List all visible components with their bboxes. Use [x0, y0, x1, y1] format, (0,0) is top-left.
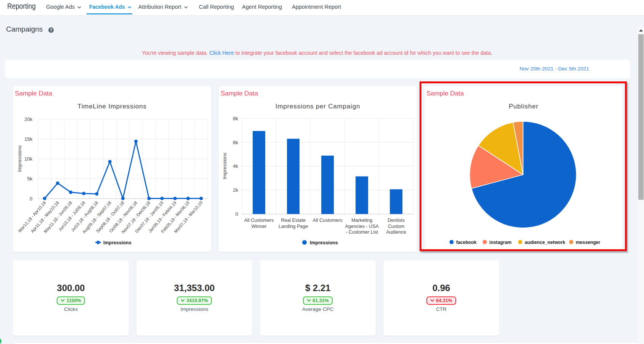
svg-text:0: 0: [30, 196, 32, 202]
svg-text:- Customer List: - Customer List: [346, 229, 378, 235]
svg-text:Dentists: Dentists: [388, 218, 405, 223]
svg-text:Impressions: Impressions: [222, 152, 227, 179]
svg-text:All Customers: All Customers: [244, 218, 274, 223]
svg-text:10k: 10k: [24, 156, 32, 162]
svg-text:0: 0: [235, 211, 238, 217]
svg-text:Impressions: Impressions: [310, 240, 338, 245]
svg-text:Landing Page: Landing Page: [279, 224, 308, 229]
svg-text:Marketing: Marketing: [351, 218, 372, 223]
svg-text:Agencies - USA: Agencies - USA: [345, 224, 379, 229]
svg-text:Impressions: Impressions: [17, 145, 22, 172]
svg-text:Winner: Winner: [252, 224, 267, 229]
svg-text:Audience: Audience: [386, 229, 406, 235]
svg-text:15k: 15k: [24, 136, 32, 142]
svg-text:5k: 5k: [27, 176, 32, 182]
svg-text:Real Estate: Real Estate: [281, 218, 306, 223]
svg-text:6k: 6k: [233, 140, 238, 145]
svg-text:4k: 4k: [233, 163, 238, 169]
svg-text:8k: 8k: [233, 116, 238, 121]
svg-text:2k: 2k: [233, 187, 238, 193]
svg-text:20k: 20k: [24, 116, 32, 122]
svg-text:All Customers: All Customers: [313, 218, 343, 223]
svg-text:Impressions: Impressions: [103, 240, 131, 245]
svg-text:Custom: Custom: [388, 224, 404, 229]
